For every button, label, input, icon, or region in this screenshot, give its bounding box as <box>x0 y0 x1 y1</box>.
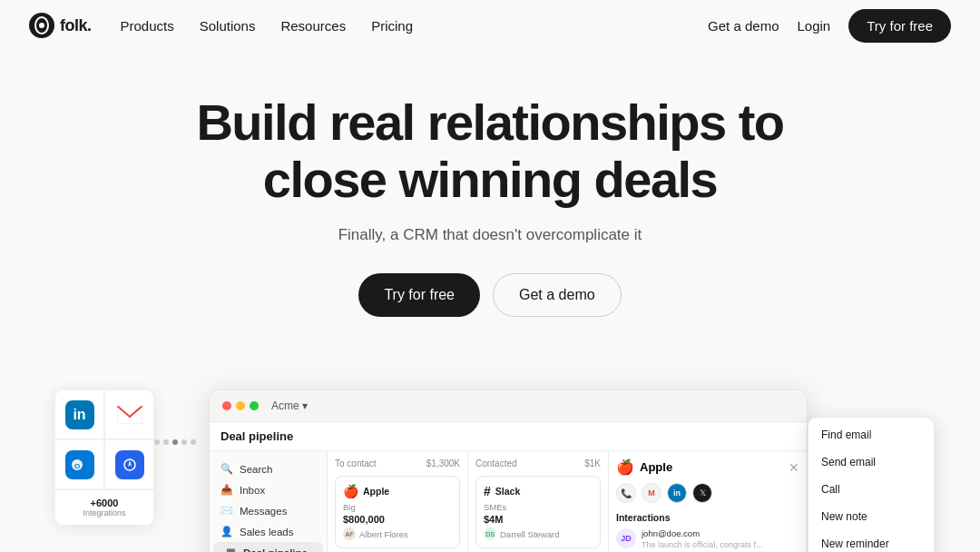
hero-demo-button[interactable]: Get a demo <box>493 273 622 317</box>
darrell-avatar: DS <box>484 527 496 540</box>
detail-company-name: 🍎 Apple <box>616 458 672 476</box>
messages-icon: ✉️ <box>220 505 233 517</box>
integrations-panel: in O +6000 Integrations <box>54 389 154 526</box>
slack-card-person: DS Darrell Steward <box>484 527 593 540</box>
slack-card[interactable]: # Slack SMEs $4M DS Darrell Steward <box>475 476 601 548</box>
interaction-1: JD john@doe.com The launch is official, … <box>616 528 799 548</box>
sidebar-sales-leads[interactable]: 👤 Sales leads <box>210 521 327 542</box>
logo-text: folk. <box>60 16 92 35</box>
close-dot <box>222 401 231 410</box>
col-2-amount: $1K <box>584 458 601 468</box>
apple-brand-icon: 🍎 <box>616 458 634 476</box>
deal-pipeline-icon: ▦ <box>224 547 237 552</box>
hero-buttons: Try for free Get a demo <box>29 273 951 317</box>
action-twitter[interactable]: 𝕏 <box>692 483 712 503</box>
get-a-demo-link[interactable]: Get a demo <box>708 18 779 34</box>
integrations-count-cell: +6000 Integrations <box>54 489 154 526</box>
apple-card[interactable]: 🍎 Apple Big $800,000 AF Albert Flores <box>335 476 460 548</box>
action-linkedin[interactable]: in <box>667 483 687 503</box>
linkedin-icon-cell: in <box>54 389 104 439</box>
apple-card-person: AF Albert Flores <box>343 527 452 540</box>
crm-body: 🔍 Search 📥 Inbox ✉️ Messages 👤 Sales lea… <box>210 451 807 552</box>
gmail-icon-cell <box>104 389 154 439</box>
navbar: folk. Products Solutions Resources Prici… <box>0 0 980 51</box>
context-new-reminder[interactable]: New reminder <box>808 530 934 552</box>
action-phone[interactable]: 📞 <box>616 483 636 503</box>
slack-logo: # <box>484 484 491 498</box>
preview-area: in O +6000 Integrations <box>0 389 980 552</box>
context-send-email[interactable]: Send email <box>808 448 934 476</box>
pipeline-col-header-1: To contact $1,300K <box>335 458 460 468</box>
hero-subtext: Finally, a CRM that doesn't overcomplica… <box>29 226 951 244</box>
compass-icon-cell <box>104 439 154 489</box>
nav-resources[interactable]: Resources <box>280 18 346 34</box>
context-menu: Find email Send email Call New note New … <box>808 417 935 552</box>
apple-card-price: $800,000 <box>343 514 452 525</box>
workspace-name: Acme ▾ <box>271 399 308 412</box>
col-2-title: Contacted <box>475 458 517 468</box>
search-icon: 🔍 <box>220 463 233 475</box>
apple-card-name: 🍎 Apple <box>343 484 452 498</box>
window-controls <box>222 401 259 410</box>
pipeline-col-header-2: Contacted $1K <box>475 458 601 468</box>
nav-links: Products Solutions Resources Pricing <box>121 18 709 34</box>
nav-pricing[interactable]: Pricing <box>371 18 413 34</box>
logo[interactable]: folk. <box>29 13 92 38</box>
pipeline-col-contacted: Contacted $1K # Slack SMEs $4M DS Darrel… <box>468 451 609 552</box>
pipeline-col-to-contact: To contact $1,300K 🍎 Apple Big $800,000 … <box>328 451 468 552</box>
slack-card-price: $4M <box>484 514 593 525</box>
crm-window: Acme ▾ Deal pipeline 🔍 Search 📥 Inbox ✉️ <box>209 389 808 552</box>
nav-products[interactable]: Products <box>121 18 174 34</box>
interaction-sub-1: The launch is official, congrats f... <box>642 540 762 549</box>
dot-2 <box>163 439 169 445</box>
dots-row <box>154 439 196 445</box>
sidebar-messages[interactable]: ✉️ Messages <box>210 500 327 521</box>
context-call[interactable]: Call <box>808 476 934 503</box>
sidebar-inbox[interactable]: 📥 Inbox <box>210 479 327 500</box>
detail-actions: 📞 M in 𝕏 <box>616 483 799 503</box>
outlook-icon-cell: O <box>54 439 104 489</box>
pipeline-header: Deal pipeline <box>210 422 807 451</box>
apple-card-tag: Big <box>343 502 452 512</box>
interactions-title: Interactions <box>616 512 799 523</box>
hero-section: Build real relationships to close winnin… <box>0 51 980 389</box>
outlook-icon: O <box>65 450 94 479</box>
minimize-dot <box>236 401 245 410</box>
slack-card-name: # Slack <box>484 484 593 498</box>
interaction-content-1: john@doe.com The launch is official, con… <box>642 528 762 548</box>
dot-4 <box>181 439 187 445</box>
svg-text:O: O <box>74 462 80 470</box>
maximize-dot <box>250 401 259 410</box>
inbox-icon: 📥 <box>220 484 233 496</box>
crm-titlebar: Acme ▾ <box>210 390 807 422</box>
sidebar-deal-pipeline[interactable]: ▦ Deal pipeline <box>213 542 323 552</box>
integrations-count: +6000 <box>91 498 119 508</box>
interaction-email-1: john@doe.com <box>642 528 762 539</box>
interaction-avatar-1: JD <box>616 528 636 548</box>
apple-logo: 🍎 <box>343 484 358 498</box>
gmail-icon <box>115 400 144 429</box>
linkedin-icon: in <box>65 400 94 429</box>
context-find-email[interactable]: Find email <box>808 421 934 448</box>
svg-point-2 <box>39 23 44 28</box>
dot-5 <box>191 439 196 445</box>
pipeline-columns: To contact $1,300K 🍎 Apple Big $800,000 … <box>328 451 807 552</box>
context-new-note[interactable]: New note <box>808 503 934 530</box>
compass-icon <box>115 450 144 479</box>
crm-sidebar: 🔍 Search 📥 Inbox ✉️ Messages 👤 Sales lea… <box>210 451 328 552</box>
try-for-free-button[interactable]: Try for free <box>848 9 951 43</box>
sidebar-search[interactable]: 🔍 Search <box>210 458 327 479</box>
col-1-title: To contact <box>335 458 377 468</box>
close-icon[interactable]: ✕ <box>789 460 799 475</box>
integrations-label: Integrations <box>83 508 125 518</box>
dot-1 <box>154 439 160 445</box>
login-link[interactable]: Login <box>798 18 831 34</box>
sales-leads-icon: 👤 <box>220 526 233 537</box>
company-detail-panel: 🍎 Apple ✕ 📞 M in 𝕏 Interactions J <box>609 451 807 552</box>
slack-card-tag: SMEs <box>484 502 593 512</box>
action-gmail[interactable]: M <box>642 483 662 503</box>
hero-headline: Build real relationships to close winnin… <box>181 94 799 208</box>
hero-try-button[interactable]: Try for free <box>358 273 480 317</box>
dot-3 <box>172 439 178 445</box>
nav-solutions[interactable]: Solutions <box>200 18 256 34</box>
